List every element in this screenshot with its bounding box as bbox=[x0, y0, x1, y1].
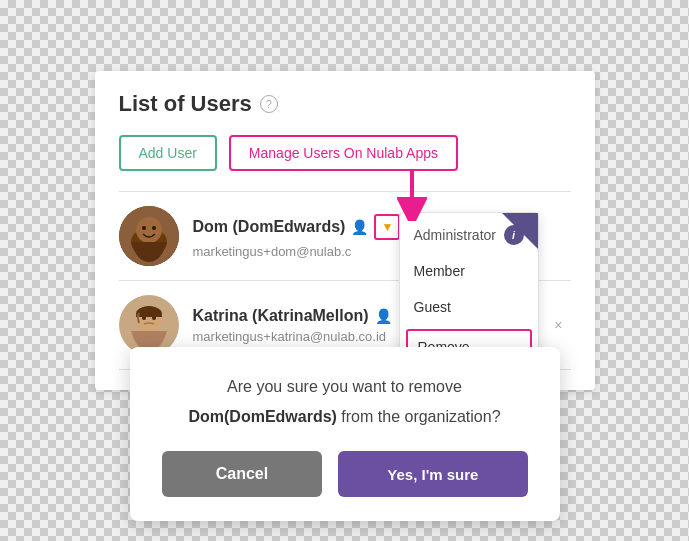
katrina-user-name: Katrina (KatrinaMellon) bbox=[193, 307, 369, 325]
svg-point-3 bbox=[142, 226, 146, 230]
confirm-text-before: Are you sure you want to remove bbox=[162, 375, 528, 399]
confirm-text-after: from the organization? bbox=[341, 408, 500, 425]
dom-user-name: Dom (DomEdwards) bbox=[193, 218, 346, 236]
help-icon[interactable]: ? bbox=[260, 95, 278, 113]
corner-decoration bbox=[502, 213, 538, 249]
katrina-avatar bbox=[119, 295, 179, 355]
confirm-user-name: Dom(DomEdwards) bbox=[188, 408, 336, 425]
manage-users-button[interactable]: Manage Users On Nulab Apps bbox=[229, 135, 458, 171]
close-icon[interactable]: × bbox=[554, 317, 562, 333]
dom-user-badge-icon: 👤 bbox=[351, 219, 368, 235]
user-list: Dom (DomEdwards) 👤 ▼ marketingus+dom@nul… bbox=[119, 191, 571, 370]
katrina-avatar-svg bbox=[119, 295, 179, 355]
katrina-user-badge-icon: 👤 bbox=[375, 308, 392, 324]
users-panel: List of Users ? Add User Manage Users On… bbox=[95, 71, 595, 390]
dom-avatar-svg bbox=[119, 206, 179, 266]
dropdown-item-member[interactable]: Member bbox=[400, 253, 538, 289]
panel-header: List of Users ? bbox=[119, 91, 571, 117]
administrator-label: Administrator bbox=[414, 227, 496, 243]
svg-point-2 bbox=[136, 217, 162, 243]
dropdown-arrow-icon: ▼ bbox=[381, 220, 393, 234]
top-arrow-indicator bbox=[397, 171, 427, 221]
confirm-buttons: Cancel Yes, I'm sure bbox=[162, 451, 528, 497]
dropdown-item-guest[interactable]: Guest bbox=[400, 289, 538, 325]
confirm-button[interactable]: Yes, I'm sure bbox=[338, 451, 527, 497]
cancel-button[interactable]: Cancel bbox=[162, 451, 323, 497]
add-user-button[interactable]: Add User bbox=[119, 135, 217, 171]
svg-point-4 bbox=[152, 226, 156, 230]
confirm-dialog: Are you sure you want to remove Dom(DomE… bbox=[130, 347, 560, 521]
dom-avatar bbox=[119, 206, 179, 266]
table-row: Dom (DomEdwards) 👤 ▼ marketingus+dom@nul… bbox=[119, 192, 571, 281]
action-buttons: Add User Manage Users On Nulab Apps bbox=[119, 135, 571, 171]
confirm-text-body: Dom(DomEdwards) from the organization? bbox=[162, 405, 528, 429]
page-title: List of Users bbox=[119, 91, 252, 117]
